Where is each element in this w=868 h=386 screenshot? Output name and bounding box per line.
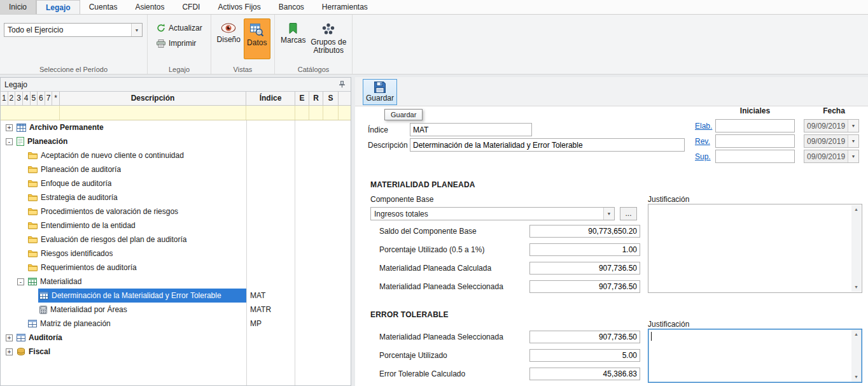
- tree-row-aceptaci-n-de-nuevo-cliente-o-continuidad[interactable]: Aceptación de nuevo cliente o continuida…: [1, 148, 351, 162]
- column-3[interactable]: 3: [15, 92, 23, 105]
- tab-activos-fijos[interactable]: Activos Fijos: [209, 0, 269, 14]
- saldo-del-componente-base-input[interactable]: [529, 225, 640, 238]
- tab-cuentas[interactable]: Cuentas: [80, 0, 127, 14]
- elab-link[interactable]: Elab.: [695, 122, 715, 131]
- tree-row-fiscal[interactable]: +Fiscal: [1, 345, 351, 359]
- chevron-down-icon[interactable]: ▼: [848, 135, 858, 147]
- chevron-down-icon[interactable]: ▼: [848, 150, 858, 162]
- datos-button[interactable]: Datos: [244, 18, 271, 59]
- tree-row-riesgos-identificados[interactable]: Riesgos identificados: [1, 247, 351, 261]
- porcentaje-utilizado-input[interactable]: [529, 349, 640, 362]
- field-label: Materialidad Planeada Seleccionada: [379, 332, 529, 341]
- scrollbar[interactable]: ▲▼: [851, 330, 861, 382]
- descripcion-input[interactable]: [410, 138, 685, 152]
- sup-link[interactable]: Sup.: [695, 152, 715, 161]
- materialidad-planeada-calculada-input[interactable]: [529, 262, 640, 275]
- sign-row-elab: Elab.09/09/2019▼: [695, 119, 859, 132]
- rev-link[interactable]: Rev.: [695, 137, 715, 146]
- tree-row-materialidad[interactable]: -Materialidad: [1, 275, 351, 289]
- componente-base-dropdown[interactable]: Ingresos totales ▼: [370, 207, 615, 220]
- justificacion-textarea-error[interactable]: ▲▼: [648, 329, 862, 383]
- tree-row-auditor-a[interactable]: +Auditoría: [1, 331, 351, 345]
- materialidad-title: MATERIALIDAD PLANEADA: [370, 180, 475, 189]
- column-[interactable]: *: [52, 92, 60, 105]
- column-indice[interactable]: Índice: [246, 92, 295, 105]
- column-descripcion[interactable]: Descripción: [60, 92, 246, 105]
- justificacion-textarea-materialidad[interactable]: ▲▼: [648, 204, 862, 293]
- chevron-down-icon[interactable]: ▼: [848, 120, 858, 132]
- date-field-rev[interactable]: 09/09/2019▼: [804, 134, 859, 148]
- materialidad-planeada-seleccionada-input[interactable]: [529, 331, 640, 343]
- indice-cell: [246, 204, 295, 218]
- tree-row-materialidad-por-reas[interactable]: Materialidad por ÁreasMATR: [1, 303, 351, 317]
- grupos-atributos-button[interactable]: Grupos de Atributos: [309, 18, 348, 59]
- tree-row-determinaci-n-de-la-materialidad-y-error-tolerable[interactable]: Determinación de la Materialidad y Error…: [1, 289, 351, 303]
- tab-cfdi[interactable]: CFDI: [173, 0, 209, 14]
- initials-input-elab[interactable]: [715, 119, 795, 132]
- column-s[interactable]: S: [323, 92, 339, 105]
- tree-row-planeaci-n-de-auditor-a[interactable]: Planeación de auditoría: [1, 162, 351, 176]
- porcentaje-utilizado-0-5-a-1-input[interactable]: [529, 243, 640, 256]
- tab-legajo[interactable]: Legajo: [36, 0, 80, 14]
- period-dropdown[interactable]: Todo el Ejercicio ▼: [4, 23, 143, 37]
- tree-row-enfoque-de-auditor-a[interactable]: Enfoque de auditoría: [1, 176, 351, 190]
- pin-icon[interactable]: [337, 80, 347, 90]
- materialidad-planeada-seleccionada-input[interactable]: [529, 280, 640, 293]
- scroll-up-icon[interactable]: ▲: [851, 330, 861, 339]
- collapse-icon[interactable]: -: [6, 138, 13, 145]
- field-row-saldo-del-componente-base: Saldo del Componente Base: [379, 225, 640, 238]
- tree-row-archivo-permanente[interactable]: +Archivo Permanente: [1, 120, 351, 134]
- indice-cell: [246, 190, 295, 204]
- tree-row-evaluaci-n-de-riesgos-del-plan-de-auditor-a[interactable]: Evaluación de riesgos del plan de audito…: [1, 232, 351, 247]
- initials-input-sup[interactable]: [715, 150, 795, 163]
- tab-asientos[interactable]: Asientos: [126, 0, 173, 14]
- column-7[interactable]: 7: [45, 92, 53, 105]
- chevron-down-icon[interactable]: ▼: [603, 208, 614, 220]
- expand-icon[interactable]: +: [6, 124, 13, 131]
- tab-inicio[interactable]: Inicio: [0, 0, 36, 14]
- tree-row-planeaci-n[interactable]: -Planeación: [1, 134, 351, 148]
- filter-row[interactable]: [1, 106, 351, 120]
- save-button[interactable]: Guardar: [363, 79, 397, 105]
- column-r[interactable]: R: [309, 92, 323, 105]
- expand-icon[interactable]: +: [6, 334, 13, 341]
- tree-row-estrategia-de-auditor-a[interactable]: Estrategia de auditoría: [1, 190, 351, 204]
- indice-input[interactable]: [410, 123, 532, 136]
- initials-input-rev[interactable]: [715, 134, 795, 148]
- tree-row-procedimientos-de-valoraci-n-de-riesgos[interactable]: Procedimientos de valoración de riesgos: [1, 204, 351, 218]
- tree-item-label: Enfoque de auditoría: [41, 179, 111, 188]
- tab-bancos[interactable]: Bancos: [270, 0, 313, 14]
- column-1[interactable]: 1: [1, 92, 8, 105]
- tab-herramientas[interactable]: Herramientas: [313, 0, 377, 14]
- tree-row-requerimientos-de-auditor-a[interactable]: Requerimientos de auditoría: [1, 261, 351, 275]
- actualizar-button[interactable]: Actualizar: [154, 22, 204, 34]
- browse-button[interactable]: ...: [620, 207, 637, 220]
- coins-icon: [17, 348, 25, 355]
- tree-row-entendimiento-de-la-entidad[interactable]: Entendimiento de la entidad: [1, 218, 351, 232]
- tree-row-matriz-de-planeaci-n[interactable]: Matriz de planeaciónMP: [1, 317, 351, 331]
- column-5[interactable]: 5: [31, 92, 38, 105]
- error-tolerable-calculado-input[interactable]: [529, 368, 640, 380]
- date-field-elab[interactable]: 09/09/2019▼: [804, 119, 859, 132]
- componente-base-value: Ingresos totales: [371, 210, 603, 218]
- scroll-up-icon[interactable]: ▲: [851, 205, 861, 214]
- scrollbar[interactable]: ▲▼: [851, 205, 861, 292]
- column-4[interactable]: 4: [23, 92, 31, 105]
- column-6[interactable]: 6: [38, 92, 45, 105]
- column-e[interactable]: E: [295, 92, 309, 105]
- field-label: Materialidad Planeada Calculada: [379, 264, 529, 273]
- scroll-down-icon[interactable]: ▼: [851, 283, 861, 292]
- chevron-down-icon[interactable]: ▼: [131, 24, 142, 36]
- diseno-button[interactable]: Diseño: [215, 18, 242, 59]
- column-2[interactable]: 2: [8, 92, 16, 105]
- scroll-down-icon[interactable]: ▼: [851, 373, 861, 382]
- tree-item-label: Matriz de planeación: [40, 319, 111, 328]
- tree-item-label: Aceptación de nuevo cliente o continuida…: [41, 151, 184, 160]
- expand-icon[interactable]: +: [6, 348, 13, 355]
- field-row-materialidad-planeada-seleccionada: Materialidad Planeada Seleccionada: [379, 280, 640, 293]
- date-field-sup[interactable]: 09/09/2019▼: [804, 150, 859, 163]
- collapse-icon[interactable]: -: [17, 278, 24, 285]
- table-icon: [28, 320, 37, 327]
- imprimir-button[interactable]: Imprimir: [154, 38, 204, 49]
- marcas-button[interactable]: Marcas: [279, 18, 308, 59]
